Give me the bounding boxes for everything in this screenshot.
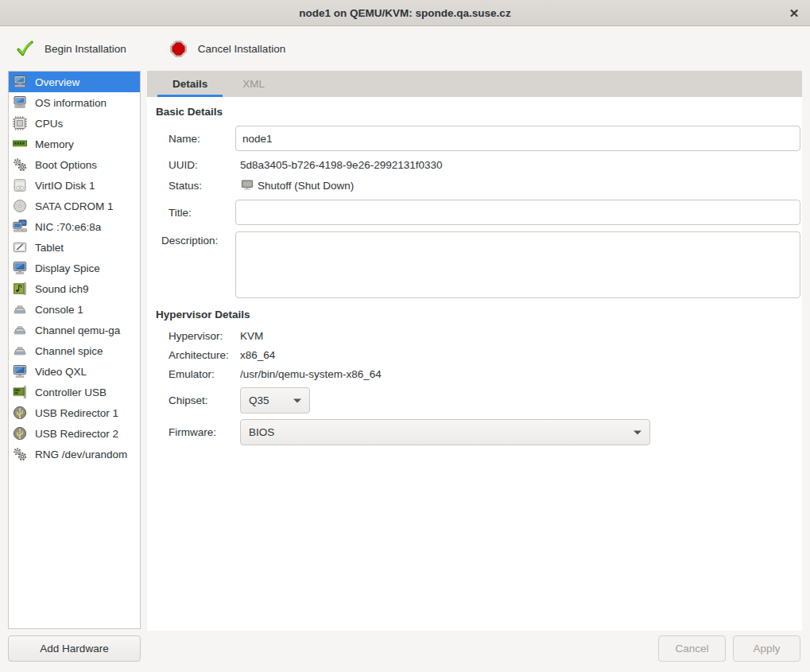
sidebar-item-rng-dev-urandom[interactable]: RNG /dev/urandom — [9, 444, 140, 464]
usb-icon — [12, 425, 28, 441]
cancel-installation-button[interactable]: Cancel Installation — [160, 35, 295, 63]
computer-icon — [12, 95, 28, 111]
sidebar-item-sata-cdrom-1[interactable]: SATA CDROM 1 — [9, 196, 140, 216]
name-label: Name: — [169, 133, 235, 145]
chipset-value: Q35 — [249, 394, 269, 406]
vm-details-window: node1 on QEMU/KVM: sponde.qa.suse.cz ✕ B… — [0, 0, 810, 672]
tab-details[interactable]: Details — [155, 71, 225, 97]
chipset-label: Chipset: — [169, 394, 240, 406]
stop-icon — [169, 40, 188, 58]
sidebar-item-memory[interactable]: Memory — [9, 134, 140, 154]
hypervisor-details-header: Hypervisor Details — [156, 309, 250, 320]
sidebar-item-os-information[interactable]: OS information — [9, 92, 140, 113]
sidebar-item-label: RNG /dev/urandom — [35, 449, 127, 460]
display-icon — [12, 260, 28, 276]
serial-icon — [12, 343, 28, 359]
sidebar-item-label: Video QXL — [35, 366, 87, 378]
sidebar-item-label: Memory — [35, 138, 74, 150]
sound-icon — [12, 281, 28, 297]
tab-xml-label: XML — [242, 78, 265, 90]
sidebar-item-tablet[interactable]: Tablet — [9, 237, 140, 258]
basic-details-header: Basic Details — [156, 106, 223, 118]
cancel-button[interactable]: Cancel — [658, 635, 726, 662]
sidebar-item-overview[interactable]: Overview — [9, 72, 140, 92]
disk-icon — [12, 177, 28, 193]
sidebar-item-label: NIC :70:e6:8a — [35, 221, 101, 233]
sidebar-item-console-1[interactable]: Console 1 — [9, 299, 140, 320]
sidebar-item-usb-redirector-1[interactable]: USB Redirector 1 — [9, 402, 140, 423]
usb-icon — [12, 405, 28, 421]
sidebar-item-sound-ich9[interactable]: Sound ich9 — [9, 278, 140, 299]
close-icon[interactable]: ✕ — [778, 0, 810, 26]
toolbar: Begin Installation Cancel Installation — [0, 27, 810, 70]
sidebar-item-label: Overview — [35, 76, 79, 88]
sidebar-item-label: Boot Options — [35, 159, 97, 171]
sidebar-item-nic-70-e6-8a[interactable]: NIC :70:e6:8a — [9, 216, 140, 237]
emulator-value: /usr/bin/qemu-system-x86_64 — [240, 368, 382, 380]
name-input[interactable] — [235, 126, 800, 151]
title-label: Title: — [169, 207, 235, 219]
chevron-down-icon — [634, 430, 641, 435]
hypervisor-label: Hypervisor: — [169, 330, 240, 342]
sidebar-item-channel-qemu-ga[interactable]: Channel qemu-ga — [9, 320, 140, 340]
chevron-down-icon — [293, 398, 301, 403]
display-icon — [12, 363, 28, 379]
titlebar: node1 on QEMU/KVM: sponde.qa.suse.cz ✕ — [0, 0, 810, 26]
sidebar-item-display-spice[interactable]: Display Spice — [9, 258, 140, 278]
sidebar-item-label: Channel spice — [35, 345, 103, 357]
sidebar-item-label: USB Redirector 2 — [35, 428, 118, 440]
hypervisor-value: KVM — [240, 330, 263, 342]
status-monitor-icon — [240, 178, 254, 192]
sidebar-item-usb-redirector-2[interactable]: USB Redirector 2 — [9, 423, 140, 444]
sidebar-item-channel-spice[interactable]: Channel spice — [9, 340, 140, 361]
serial-icon — [12, 301, 28, 317]
gears-icon — [12, 157, 28, 173]
serial-icon — [12, 322, 28, 338]
uuid-label: UUID: — [169, 159, 240, 171]
status-label: Status: — [169, 180, 240, 192]
emulator-label: Emulator: — [169, 368, 240, 380]
architecture-value: x86_64 — [240, 349, 275, 361]
chipset-dropdown[interactable]: Q35 — [240, 387, 310, 414]
begin-installation-label: Begin Installation — [45, 43, 126, 55]
sidebar-item-label: Display Spice — [35, 262, 100, 274]
memory-icon — [12, 136, 28, 152]
sidebar-item-boot-options[interactable]: Boot Options — [9, 154, 140, 175]
cpu-icon — [12, 115, 28, 131]
details-panel: Basic Details Name: UUID: 5d8a3405-b726-… — [147, 97, 802, 631]
tab-bar: Details XML — [147, 71, 802, 97]
computer-icon — [12, 74, 28, 90]
checkmark-icon — [16, 40, 34, 58]
description-textarea[interactable] — [235, 231, 800, 298]
sidebar-item-virtio-disk-1[interactable]: VirtIO Disk 1 — [9, 175, 140, 196]
tab-xml[interactable]: XML — [225, 71, 282, 97]
cancel-installation-label: Cancel Installation — [198, 43, 285, 55]
sidebar-item-cpus[interactable]: CPUs — [9, 113, 140, 134]
window-title: node1 on QEMU/KVM: sponde.qa.suse.cz — [299, 7, 510, 19]
status-value: Shutoff (Shut Down) — [258, 180, 354, 192]
description-label: Description: — [161, 231, 235, 247]
tab-details-label: Details — [172, 78, 207, 90]
sidebar-item-video-qxl[interactable]: Video QXL — [9, 361, 140, 382]
sidebar-item-label: Tablet — [35, 242, 64, 254]
uuid-value: 5d8a3405-b726-4198-9e26-2992131f0330 — [240, 159, 442, 171]
sidebar-item-label: Console 1 — [35, 304, 83, 316]
sidebar-item-label: Channel qemu-ga — [35, 324, 120, 336]
controller-icon — [12, 384, 28, 400]
hardware-list: OverviewOS informationCPUsMemoryBoot Opt… — [8, 71, 141, 629]
sidebar-item-controller-usb[interactable]: Controller USB — [9, 382, 140, 402]
sidebar-item-label: Sound ich9 — [35, 283, 89, 295]
sidebar-item-label: OS information — [35, 97, 107, 109]
cdrom-icon — [12, 198, 28, 214]
firmware-value: BIOS — [249, 426, 274, 438]
sidebar-item-label: USB Redirector 1 — [35, 407, 118, 419]
title-input[interactable] — [235, 200, 800, 225]
tablet-icon — [12, 239, 28, 255]
architecture-label: Architecture: — [169, 349, 240, 361]
apply-button[interactable]: Apply — [733, 635, 800, 662]
begin-installation-button[interactable]: Begin Installation — [6, 35, 136, 63]
add-hardware-button[interactable]: Add Hardware — [8, 635, 141, 662]
firmware-dropdown[interactable]: BIOS — [240, 419, 650, 445]
sidebar-item-label: Controller USB — [35, 386, 107, 398]
gears-icon — [12, 446, 28, 462]
